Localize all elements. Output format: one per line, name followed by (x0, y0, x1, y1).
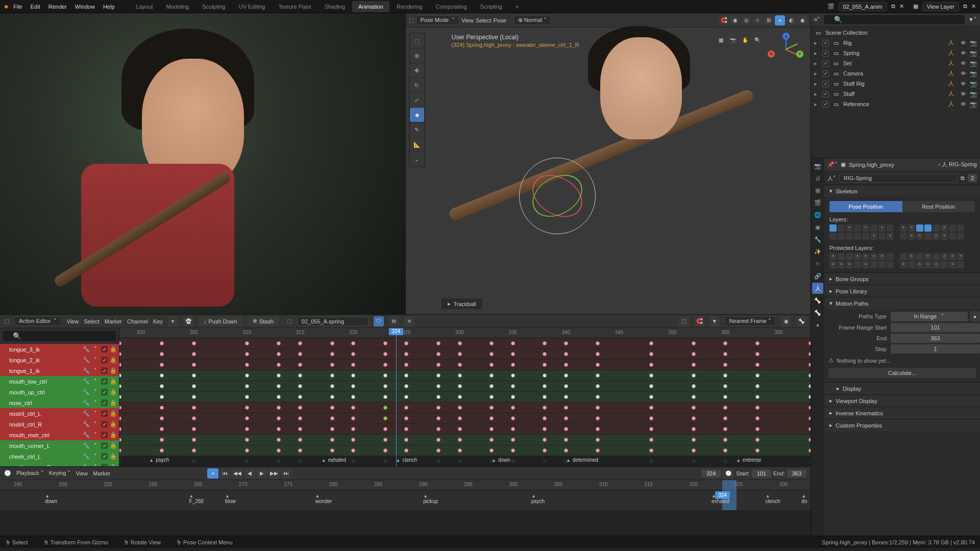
mode-selector[interactable]: Pose Mode ˅ (416, 15, 460, 25)
keyframe[interactable] (192, 384, 196, 388)
bone-groups-panel[interactable]: ▸ Bone Groups (824, 273, 980, 285)
keyframe[interactable] (192, 406, 196, 410)
layer-cell[interactable] (887, 261, 894, 268)
keyframe[interactable] (192, 427, 196, 431)
keyframe[interactable] (692, 427, 696, 431)
ghost-icon[interactable]: 👻 (183, 316, 193, 327)
keyframe[interactable] (351, 427, 355, 431)
layer-cell[interactable] (924, 253, 932, 260)
keyframe[interactable] (543, 363, 547, 367)
channel-row[interactable]: cheek_ctrl_L🔧˅✓🔒 (0, 451, 119, 462)
render-icon[interactable]: 📷 (970, 70, 977, 77)
keyframe[interactable] (808, 363, 811, 367)
timeline-marker[interactable]: F_260 (189, 493, 204, 504)
keyframe[interactable] (543, 352, 547, 356)
enable-checkbox[interactable]: ✓ (822, 81, 829, 87)
mute-checkbox[interactable]: ✓ (101, 432, 108, 438)
keyframe[interactable] (404, 373, 408, 378)
keyframe[interactable] (489, 384, 494, 388)
keyframe[interactable] (808, 438, 811, 442)
chevron-icon[interactable]: ˅ (92, 432, 99, 439)
channel-row[interactable]: nose_ctrl🔧˅✓🔒 (0, 397, 119, 408)
mute-checkbox[interactable]: ✓ (101, 367, 108, 374)
outliner-item[interactable]: ▸✓▭Reference人👁📷 (811, 99, 980, 109)
layer-cell[interactable] (887, 253, 894, 260)
mute-checkbox[interactable]: ✓ (101, 421, 108, 428)
tool-select[interactable]: ⬚ (410, 34, 424, 48)
layer-cell[interactable] (941, 261, 948, 268)
layer-cell[interactable] (878, 224, 886, 232)
layer-cell[interactable] (933, 233, 940, 240)
keyframe[interactable] (160, 406, 164, 410)
layer-cell[interactable] (829, 233, 837, 240)
camera-icon[interactable]: ▦ (716, 35, 726, 45)
layer-cell[interactable] (908, 253, 915, 260)
keyframe[interactable] (511, 416, 515, 420)
push-down-button[interactable]: ↓ Push Down (199, 317, 242, 326)
unlink-action-icon[interactable]: ✕ (404, 316, 414, 327)
keyframe[interactable] (692, 341, 696, 345)
keyframe[interactable] (245, 341, 249, 345)
keyframe[interactable] (649, 427, 653, 431)
keyframe[interactable] (436, 395, 440, 399)
keyframe[interactable] (511, 352, 515, 356)
play-rev-button[interactable]: ◀ (244, 468, 255, 479)
keyframe[interactable] (723, 438, 727, 442)
keyframe[interactable] (245, 352, 249, 356)
channel-row[interactable]: tongue_3_ik🔧˅✓🔒 (0, 344, 119, 355)
end-frame[interactable]: 363 (787, 469, 806, 478)
keyframe[interactable] (808, 448, 811, 453)
visibility-icon[interactable]: 👁 (960, 90, 967, 97)
keyframe[interactable] (489, 352, 494, 356)
wrench-icon[interactable]: 🔧 (83, 453, 90, 460)
keyframe[interactable] (692, 395, 696, 399)
lock-icon[interactable]: 🔒 (110, 399, 117, 407)
tool-cursor[interactable]: ⊕ (410, 48, 424, 63)
keyframe[interactable] (723, 427, 727, 431)
timeline-marker[interactable]: wonder (315, 493, 332, 504)
visibility-icon[interactable]: 👁 (960, 60, 967, 67)
lock-icon[interactable]: 🔒 (110, 357, 117, 364)
fake-user-icon[interactable]: 🛡 (374, 316, 384, 327)
layer-cell[interactable] (924, 224, 932, 232)
wrench-icon[interactable]: 🔧 (83, 357, 90, 364)
channel-row[interactable]: mouth_corner_R🔧˅✓🔒 (0, 462, 119, 466)
keyframe[interactable] (160, 341, 164, 345)
keyframe[interactable] (458, 395, 462, 399)
calculate-button[interactable]: Calculate... (828, 368, 976, 378)
keyframe[interactable] (298, 416, 302, 420)
channel-row[interactable]: mouth_mstr_ctrl🔧˅✓🔒 (0, 430, 119, 440)
layer-cell[interactable] (916, 261, 923, 268)
paths-update-icon[interactable]: ● (970, 311, 980, 321)
visibility-icon[interactable]: 👁 (960, 70, 967, 77)
keyframe[interactable] (277, 373, 281, 378)
keyframe[interactable] (330, 438, 334, 442)
keyframe[interactable] (723, 384, 727, 388)
keyframe[interactable] (351, 352, 355, 356)
keyframe[interactable] (489, 341, 494, 345)
preview-range-icon[interactable]: 🕐 (723, 468, 734, 479)
keyframe[interactable] (458, 406, 462, 410)
visibility-icon[interactable]: 👁 (960, 101, 967, 108)
workspace-tab-uv-editing[interactable]: UV Editing (232, 1, 271, 12)
users-count[interactable]: 2 (968, 174, 977, 182)
keyframe-prev-button[interactable]: ◀◀ (232, 468, 243, 479)
keyframe[interactable] (564, 395, 568, 399)
keyframe[interactable] (298, 438, 302, 442)
keyframe[interactable] (564, 373, 568, 378)
shading-solid-icon[interactable]: ● (775, 15, 785, 26)
dopesheet[interactable]: 300305310315320325330335340345350355360 … (119, 328, 811, 466)
lock-icon[interactable]: 🔒 (110, 410, 117, 417)
outliner-type-icon[interactable]: ≡˅ (814, 16, 820, 23)
tab-world[interactable]: 🌐 (812, 209, 823, 220)
keyframe[interactable] (511, 384, 515, 388)
keyframe[interactable] (160, 395, 164, 399)
keyframe[interactable] (543, 384, 547, 388)
keyframe[interactable] (119, 384, 121, 388)
proportional-icon[interactable]: ◉ (730, 15, 740, 26)
layer-cell[interactable] (846, 233, 853, 240)
keyframe[interactable] (511, 438, 515, 442)
render-icon[interactable]: 📷 (970, 49, 977, 57)
custom-props-panel[interactable]: ▸ Custom Properties (824, 419, 980, 431)
layer-cell[interactable] (957, 233, 964, 240)
